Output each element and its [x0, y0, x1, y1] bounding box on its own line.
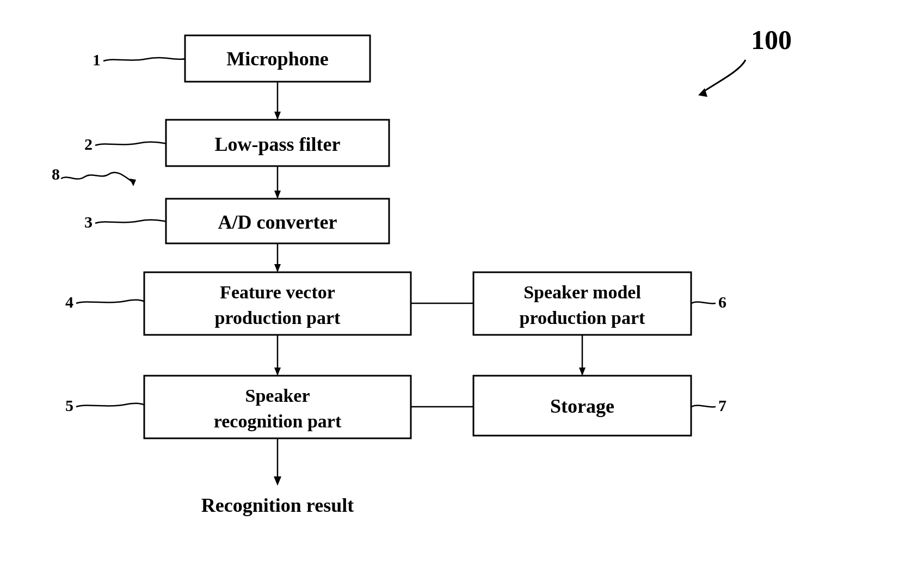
fvpp-label-line2: production part: [215, 308, 341, 328]
diagram-container: 100 8 Microphone 1 Low-pass filter 2 A/D…: [0, 0, 924, 563]
adc-label: A/D converter: [218, 211, 337, 233]
svg-marker-1: [130, 179, 136, 186]
ref-5: 5: [65, 396, 73, 414]
ref-2: 2: [84, 135, 93, 153]
smpp-label-line2: production part: [520, 308, 645, 328]
ref-6: 6: [718, 293, 726, 311]
svg-marker-10: [579, 368, 586, 376]
lpf-label: Low-pass filter: [215, 133, 341, 155]
system-number: 100: [751, 25, 792, 55]
srp-label-line1: Speaker: [245, 385, 310, 406]
storage-label: Storage: [550, 395, 614, 417]
svg-marker-12: [274, 368, 281, 376]
ref-3: 3: [84, 213, 93, 231]
fvpp-label-line1: Feature vector: [220, 282, 335, 302]
srp-label-line2: recognition part: [214, 411, 342, 431]
svg-marker-3: [274, 112, 281, 120]
microphone-label: Microphone: [226, 48, 328, 70]
ref-8: 8: [52, 165, 60, 183]
ref-7: 7: [718, 396, 726, 414]
ref-1: 1: [93, 51, 101, 69]
svg-marker-15: [274, 476, 281, 486]
ref-4: 4: [65, 293, 73, 311]
svg-marker-7: [274, 264, 281, 272]
smpp-label-line1: Speaker model: [523, 282, 641, 302]
svg-marker-5: [274, 191, 281, 199]
recognition-result-label: Recognition result: [201, 494, 354, 516]
